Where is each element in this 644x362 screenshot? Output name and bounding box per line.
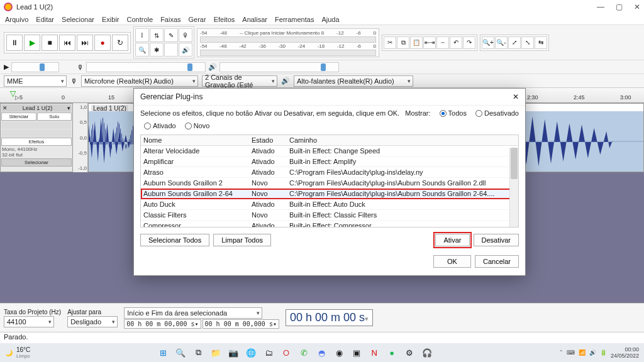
whatsapp-icon[interactable]: ✆ xyxy=(297,346,311,359)
trim-icon[interactable]: ⇤⇥ xyxy=(423,36,436,49)
multi-tool-icon[interactable]: ✱ xyxy=(150,43,164,57)
tray-battery-icon[interactable]: 🔋 xyxy=(600,349,607,356)
plugin-row[interactable]: CompressorAtivadoBuilt-in Effect: Compre… xyxy=(141,221,518,228)
ok-button[interactable]: OK xyxy=(433,255,471,268)
fit-selection-icon[interactable]: ⤢ xyxy=(508,36,521,49)
paste-icon[interactable]: 📋 xyxy=(410,36,423,49)
track-name[interactable]: Lead 1 U(2) xyxy=(23,105,53,111)
files-icon[interactable]: 🗂 xyxy=(262,346,275,359)
audacity-taskbar-icon[interactable]: 🎧 xyxy=(420,346,434,359)
plugin-row[interactable]: AtrasoAtivadoC:\Program Files\Audacity\p… xyxy=(141,167,518,178)
tray-chevron-icon[interactable]: ˄ xyxy=(560,349,563,356)
menu-exibir[interactable]: Exibir xyxy=(102,16,119,23)
col-header-state[interactable]: Estado xyxy=(249,135,287,145)
play-speed-icon[interactable]: ▶ xyxy=(4,63,9,71)
recording-volume-slider[interactable] xyxy=(86,62,206,72)
menu-gerar[interactable]: Gerar xyxy=(189,16,206,23)
recording-channels-combo[interactable]: 2 Canais de Gravação (Esté xyxy=(202,75,277,87)
speaker-level-icon[interactable]: 🔊 xyxy=(179,43,192,57)
track-effects-button[interactable]: Efeitos xyxy=(1,138,72,146)
tray-date[interactable]: 24/05/2022 xyxy=(611,353,639,359)
solo-button[interactable]: Solo xyxy=(37,112,72,121)
playback-device-combo[interactable]: Alto-falantes (Realtek(R) Audio) xyxy=(294,75,413,87)
undo-icon[interactable]: ↶ xyxy=(450,36,462,49)
menu-selecionar[interactable]: Selecionar xyxy=(62,16,94,23)
app-icon-1[interactable]: ⚙ xyxy=(402,346,416,359)
mic-level-icon[interactable]: 🎙 xyxy=(179,28,192,42)
plugin-row[interactable]: Alterar VelocidadeAtivadoBuilt-in Effect… xyxy=(141,146,518,156)
menu-faixas[interactable]: Faixas xyxy=(160,16,180,23)
tray-wifi-icon[interactable]: 📶 xyxy=(579,349,586,356)
menu-analisar[interactable]: Analisar xyxy=(242,16,267,23)
chrome-icon[interactable]: 🌐 xyxy=(244,346,258,359)
mute-button[interactable]: Silenciar xyxy=(1,112,36,121)
menu-efeitos[interactable]: Efeitos xyxy=(214,16,235,23)
zoom-tool-icon[interactable]: 🔍 xyxy=(135,43,149,57)
plugin-row[interactable]: AmplificarAtivadoBuilt-in Effect: Amplif… xyxy=(141,156,518,167)
copy-icon[interactable]: ⧉ xyxy=(397,36,409,49)
envelope-tool-icon[interactable]: ⇅ xyxy=(150,28,164,42)
project-rate-combo[interactable]: 44100 xyxy=(4,316,54,327)
cut-icon[interactable]: ✂ xyxy=(384,36,396,49)
clear-all-button[interactable]: Limpar Todos xyxy=(213,234,271,246)
filter-all-radio[interactable]: Todos xyxy=(440,109,467,117)
selection-mode-combo[interactable]: Início e Fim da área selecionada xyxy=(124,307,262,319)
time-display[interactable]: 00 h 00 m 00 s▾ xyxy=(286,309,373,326)
selection-end-field[interactable]: 00 h 00 m 00,000 s▾ xyxy=(203,319,279,329)
steam-icon[interactable]: ◉ xyxy=(332,346,346,359)
snap-combo[interactable]: Desligado xyxy=(67,316,118,327)
loop-button[interactable]: ↻ xyxy=(112,35,128,51)
stop-button[interactable]: ■ xyxy=(42,35,58,51)
cancel-button[interactable]: Cancelar xyxy=(475,255,519,268)
menu-arquivo[interactable]: Arquivo xyxy=(5,16,28,23)
camera-icon[interactable]: 📷 xyxy=(226,346,240,359)
menu-editar[interactable]: Editar xyxy=(36,16,54,23)
recording-device-combo[interactable]: Microfone (Realtek(R) Audio) xyxy=(81,75,198,87)
selection-tool-icon[interactable]: I xyxy=(135,28,149,42)
plugin-list[interactable]: Nome Estado Caminho Alterar VelocidadeAt… xyxy=(140,134,519,228)
zoom-toggle-icon[interactable]: ⇆ xyxy=(535,36,547,49)
silence-icon[interactable]: ⎓ xyxy=(436,36,449,49)
tray-time[interactable]: 00:00 xyxy=(611,346,639,353)
track-close-icon[interactable]: ✕ xyxy=(3,105,8,111)
filter-disabled-radio[interactable]: Desativado xyxy=(475,109,519,117)
menu-ajuda[interactable]: Ajuda xyxy=(321,16,339,23)
taskbar-weather[interactable]: 🌙 16°CLimpo xyxy=(5,346,30,359)
track-pan-slider[interactable] xyxy=(1,129,72,137)
playback-volume-slider[interactable] xyxy=(219,62,339,72)
pause-button[interactable]: ⏸ xyxy=(6,35,23,51)
menu-ferramentas[interactable]: Ferramentas xyxy=(275,16,314,23)
tray-language[interactable]: ⌨ xyxy=(567,349,575,356)
record-button[interactable]: ● xyxy=(94,35,111,51)
draw-tool-icon[interactable]: ✎ xyxy=(164,28,178,42)
epic-icon[interactable]: ▣ xyxy=(350,346,364,359)
plugin-row[interactable]: Classic FiltersNovoBuilt-in Effect: Clas… xyxy=(141,210,518,221)
taskview-icon[interactable]: ⧉ xyxy=(191,346,205,359)
filter-new-radio[interactable]: Novo xyxy=(185,122,210,129)
plugin-row-selected[interactable]: Auburn Sounds Graillon 2-64NovoC:\Progra… xyxy=(141,189,518,199)
track-select-button[interactable]: Selecionar xyxy=(1,158,72,167)
select-all-button[interactable]: Selecionar Todos xyxy=(140,234,209,246)
play-button[interactable]: ▶ xyxy=(24,35,40,51)
track-control-panel[interactable]: ✕Lead 1 U(2)▾ SilenciarSolo Efeitos Mono… xyxy=(0,103,73,172)
disable-button[interactable]: Desativar xyxy=(474,234,519,246)
skip-end-button[interactable]: ⏭ xyxy=(77,35,93,51)
discord-icon[interactable]: ◓ xyxy=(314,346,328,359)
netflix-icon[interactable]: N xyxy=(367,346,381,359)
plugin-row[interactable]: Auburn Sounds Graillon 2NovoC:\Program F… xyxy=(141,178,518,189)
filter-enabled-radio[interactable]: Ativado xyxy=(144,122,176,129)
audio-host-combo[interactable]: MME xyxy=(4,75,67,87)
play-speed-slider[interactable] xyxy=(11,62,59,72)
track-gain-slider[interactable] xyxy=(1,121,72,129)
plugin-row[interactable]: Auto DuckAtivadoBuilt-in Effect: Auto Du… xyxy=(141,199,518,210)
tray-volume-icon[interactable]: 🔊 xyxy=(589,349,596,356)
col-header-name[interactable]: Nome xyxy=(141,135,249,145)
start-button[interactable]: ⊞ xyxy=(156,346,170,359)
enable-button[interactable]: Ativar xyxy=(435,234,469,246)
selection-start-field[interactable]: 00 h 00 m 00,000 s▾ xyxy=(124,319,201,329)
search-icon[interactable]: 🔍 xyxy=(174,346,187,359)
col-header-path[interactable]: Caminho xyxy=(287,135,518,145)
maximize-button[interactable]: ▢ xyxy=(616,3,623,11)
zoom-in-icon[interactable]: 🔍+ xyxy=(482,36,494,49)
spotify-icon[interactable]: ● xyxy=(385,346,399,359)
